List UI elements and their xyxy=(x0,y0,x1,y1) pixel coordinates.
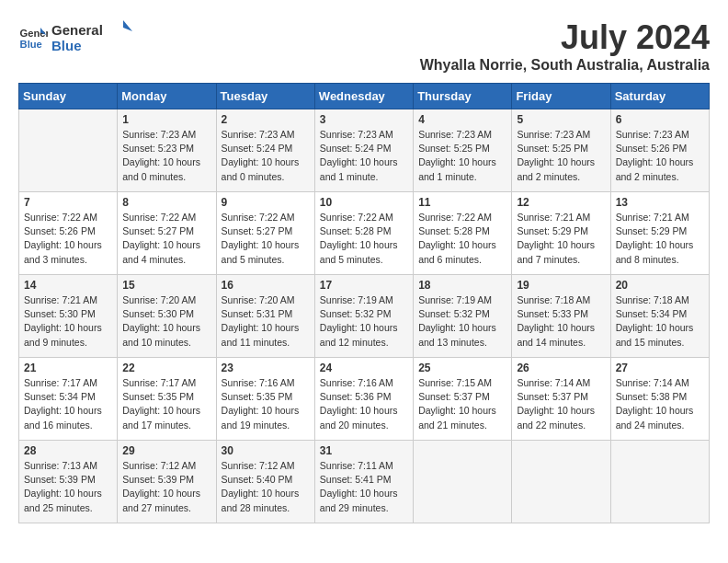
page-header: General Blue General Blue July 2024 Whya… xyxy=(18,18,710,74)
day-info: Sunrise: 7:21 AMSunset: 5:30 PMDaylight:… xyxy=(24,293,112,350)
calendar-table: SundayMondayTuesdayWednesdayThursdayFrid… xyxy=(18,83,710,523)
calendar-cell: 5Sunrise: 7:23 AMSunset: 5:25 PMDaylight… xyxy=(512,109,610,192)
calendar-cell: 10Sunrise: 7:22 AMSunset: 5:28 PMDayligh… xyxy=(314,192,413,275)
day-info: Sunrise: 7:14 AMSunset: 5:37 PMDaylight:… xyxy=(517,376,605,432)
day-number: 2 xyxy=(222,113,310,126)
calendar-week-row: 1Sunrise: 7:23 AMSunset: 5:23 PMDaylight… xyxy=(19,109,710,192)
calendar-cell: 25Sunrise: 7:15 AMSunset: 5:37 PMDayligh… xyxy=(414,358,512,441)
day-number: 22 xyxy=(122,362,210,374)
calendar-cell: 15Sunrise: 7:20 AMSunset: 5:30 PMDayligh… xyxy=(118,275,216,358)
calendar-cell: 8Sunrise: 7:22 AMSunset: 5:27 PMDaylight… xyxy=(118,192,216,275)
day-number: 3 xyxy=(320,113,408,126)
day-info: Sunrise: 7:23 AMSunset: 5:26 PMDaylight:… xyxy=(616,128,704,184)
logo-text: General Blue xyxy=(51,18,134,59)
day-info: Sunrise: 7:20 AMSunset: 5:31 PMDaylight:… xyxy=(222,293,310,350)
calendar-cell: 16Sunrise: 7:20 AMSunset: 5:31 PMDayligh… xyxy=(216,275,314,358)
calendar-header-row: SundayMondayTuesdayWednesdayThursdayFrid… xyxy=(19,84,710,109)
day-number: 25 xyxy=(418,362,506,374)
day-info: Sunrise: 7:13 AMSunset: 5:39 PMDaylight:… xyxy=(24,459,112,515)
calendar-cell: 29Sunrise: 7:12 AMSunset: 5:39 PMDayligh… xyxy=(118,441,216,523)
calendar-cell: 12Sunrise: 7:21 AMSunset: 5:29 PMDayligh… xyxy=(512,192,610,275)
day-number: 29 xyxy=(122,444,210,457)
day-info: Sunrise: 7:22 AMSunset: 5:26 PMDaylight:… xyxy=(24,211,112,267)
main-title: July 2024 xyxy=(420,18,710,57)
calendar-cell: 14Sunrise: 7:21 AMSunset: 5:30 PMDayligh… xyxy=(19,275,118,358)
day-info: Sunrise: 7:17 AMSunset: 5:35 PMDaylight:… xyxy=(122,376,210,432)
calendar-cell: 24Sunrise: 7:16 AMSunset: 5:36 PMDayligh… xyxy=(314,358,413,441)
day-info: Sunrise: 7:17 AMSunset: 5:34 PMDaylight:… xyxy=(24,376,112,432)
calendar-day-header: Monday xyxy=(118,84,216,109)
day-number: 15 xyxy=(122,279,210,292)
calendar-cell: 6Sunrise: 7:23 AMSunset: 5:26 PMDaylight… xyxy=(610,109,709,192)
calendar-cell xyxy=(414,441,512,523)
calendar-cell: 31Sunrise: 7:11 AMSunset: 5:41 PMDayligh… xyxy=(314,441,413,523)
day-number: 6 xyxy=(616,113,704,126)
day-number: 20 xyxy=(616,279,704,292)
day-info: Sunrise: 7:22 AMSunset: 5:27 PMDaylight:… xyxy=(122,211,210,267)
day-number: 23 xyxy=(222,362,310,374)
calendar-cell: 21Sunrise: 7:17 AMSunset: 5:34 PMDayligh… xyxy=(19,358,118,441)
day-info: Sunrise: 7:12 AMSunset: 5:39 PMDaylight:… xyxy=(122,459,210,515)
day-number: 18 xyxy=(418,279,506,292)
day-number: 9 xyxy=(222,196,310,209)
day-number: 12 xyxy=(517,196,605,209)
calendar-cell: 1Sunrise: 7:23 AMSunset: 5:23 PMDaylight… xyxy=(118,109,216,192)
day-number: 13 xyxy=(616,196,704,209)
calendar-cell xyxy=(19,109,118,192)
day-info: Sunrise: 7:20 AMSunset: 5:30 PMDaylight:… xyxy=(122,293,210,350)
svg-marker-5 xyxy=(123,20,132,31)
day-number: 11 xyxy=(418,196,506,209)
calendar-cell: 2Sunrise: 7:23 AMSunset: 5:24 PMDaylight… xyxy=(216,109,314,192)
calendar-cell: 22Sunrise: 7:17 AMSunset: 5:35 PMDayligh… xyxy=(118,358,216,441)
day-number: 4 xyxy=(418,113,506,126)
day-info: Sunrise: 7:18 AMSunset: 5:34 PMDaylight:… xyxy=(616,293,704,350)
calendar-day-header: Friday xyxy=(512,84,610,109)
day-number: 8 xyxy=(122,196,210,209)
calendar-day-header: Thursday xyxy=(414,84,512,109)
calendar-cell: 18Sunrise: 7:19 AMSunset: 5:32 PMDayligh… xyxy=(414,275,512,358)
day-info: Sunrise: 7:18 AMSunset: 5:33 PMDaylight:… xyxy=(517,293,605,350)
calendar-cell: 26Sunrise: 7:14 AMSunset: 5:37 PMDayligh… xyxy=(512,358,610,441)
day-info: Sunrise: 7:12 AMSunset: 5:40 PMDaylight:… xyxy=(222,459,310,515)
day-info: Sunrise: 7:23 AMSunset: 5:25 PMDaylight:… xyxy=(418,128,506,184)
calendar-day-header: Sunday xyxy=(19,84,118,109)
calendar-cell: 11Sunrise: 7:22 AMSunset: 5:28 PMDayligh… xyxy=(414,192,512,275)
calendar-cell: 9Sunrise: 7:22 AMSunset: 5:27 PMDaylight… xyxy=(216,192,314,275)
day-info: Sunrise: 7:11 AMSunset: 5:41 PMDaylight:… xyxy=(320,459,408,515)
day-info: Sunrise: 7:21 AMSunset: 5:29 PMDaylight:… xyxy=(517,211,605,267)
title-block: July 2024 Whyalla Norrie, South Australi… xyxy=(420,18,710,74)
day-number: 30 xyxy=(222,444,310,457)
calendar-cell: 19Sunrise: 7:18 AMSunset: 5:33 PMDayligh… xyxy=(512,275,610,358)
day-info: Sunrise: 7:22 AMSunset: 5:28 PMDaylight:… xyxy=(418,211,506,267)
calendar-day-header: Wednesday xyxy=(314,84,413,109)
day-info: Sunrise: 7:23 AMSunset: 5:25 PMDaylight:… xyxy=(517,128,605,184)
calendar-cell: 4Sunrise: 7:23 AMSunset: 5:25 PMDaylight… xyxy=(414,109,512,192)
logo: General Blue General Blue xyxy=(18,18,134,59)
calendar-cell: 7Sunrise: 7:22 AMSunset: 5:26 PMDaylight… xyxy=(19,192,118,275)
day-info: Sunrise: 7:19 AMSunset: 5:32 PMDaylight:… xyxy=(418,293,506,350)
day-info: Sunrise: 7:16 AMSunset: 5:35 PMDaylight:… xyxy=(222,376,310,432)
day-number: 19 xyxy=(517,279,605,292)
day-number: 27 xyxy=(616,362,704,374)
svg-text:General: General xyxy=(51,22,103,38)
subtitle: Whyalla Norrie, South Australia, Austral… xyxy=(420,57,710,74)
calendar-day-header: Saturday xyxy=(610,84,709,109)
svg-text:Blue: Blue xyxy=(51,38,82,53)
day-info: Sunrise: 7:22 AMSunset: 5:27 PMDaylight:… xyxy=(222,211,310,267)
day-number: 28 xyxy=(24,444,112,457)
day-number: 26 xyxy=(517,362,605,374)
calendar-cell: 13Sunrise: 7:21 AMSunset: 5:29 PMDayligh… xyxy=(610,192,709,275)
calendar-cell: 3Sunrise: 7:23 AMSunset: 5:24 PMDaylight… xyxy=(314,109,413,192)
day-info: Sunrise: 7:23 AMSunset: 5:23 PMDaylight:… xyxy=(122,128,210,184)
day-number: 31 xyxy=(320,444,408,457)
day-number: 16 xyxy=(222,279,310,292)
calendar-cell xyxy=(610,441,709,523)
day-number: 5 xyxy=(517,113,605,126)
day-info: Sunrise: 7:23 AMSunset: 5:24 PMDaylight:… xyxy=(222,128,310,184)
calendar-cell: 28Sunrise: 7:13 AMSunset: 5:39 PMDayligh… xyxy=(19,441,118,523)
calendar-cell: 20Sunrise: 7:18 AMSunset: 5:34 PMDayligh… xyxy=(610,275,709,358)
day-number: 7 xyxy=(24,196,112,209)
day-info: Sunrise: 7:22 AMSunset: 5:28 PMDaylight:… xyxy=(320,211,408,267)
calendar-cell: 17Sunrise: 7:19 AMSunset: 5:32 PMDayligh… xyxy=(314,275,413,358)
svg-text:Blue: Blue xyxy=(20,39,42,50)
